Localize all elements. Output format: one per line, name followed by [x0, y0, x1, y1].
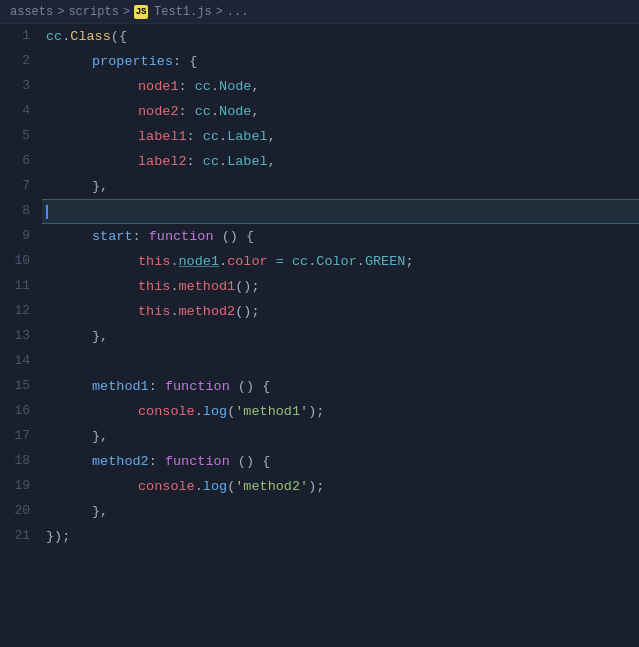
line-num-17: 17 [8, 424, 30, 449]
line-num-10: 10 [8, 249, 30, 274]
code-line-5: label1: cc.Label, [42, 124, 639, 149]
line-num-21: 21 [8, 524, 30, 549]
code-line-13: }, [42, 324, 639, 349]
breadcrumb-sep1: > [57, 5, 64, 19]
line-num-7: 7 [8, 174, 30, 199]
line-num-8: 8 [8, 199, 30, 224]
code-line-20: }, [42, 499, 639, 524]
code-line-17: }, [42, 424, 639, 449]
line-num-5: 5 [8, 124, 30, 149]
line-num-4: 4 [8, 99, 30, 124]
line-num-2: 2 [8, 49, 30, 74]
code-area: 1 2 3 4 5 6 7 8 9 10 11 12 13 14 15 16 1… [0, 24, 639, 647]
code-line-14 [42, 349, 639, 374]
line-num-18: 18 [8, 449, 30, 474]
line-num-20: 20 [8, 499, 30, 524]
code-line-10: this.node1.color = cc.Color.GREEN; [42, 249, 639, 274]
code-line-8 [42, 199, 639, 224]
line-num-19: 19 [8, 474, 30, 499]
line-num-9: 9 [8, 224, 30, 249]
code-line-19: console.log('method2'); [42, 474, 639, 499]
line-num-11: 11 [8, 274, 30, 299]
code-line-3: node1: cc.Node, [42, 74, 639, 99]
line-num-16: 16 [8, 399, 30, 424]
code-lines[interactable]: cc.Class({ properties: { node1: cc.Node,… [42, 24, 639, 647]
line-num-13: 13 [8, 324, 30, 349]
code-line-15: method1: function () { [42, 374, 639, 399]
breadcrumb-ellipsis: ... [227, 5, 249, 19]
line-num-3: 3 [8, 74, 30, 99]
code-line-11: this.method1(); [42, 274, 639, 299]
line-num-15: 15 [8, 374, 30, 399]
file-icon: JS [134, 5, 148, 19]
editor[interactable]: 1 2 3 4 5 6 7 8 9 10 11 12 13 14 15 16 1… [0, 24, 639, 647]
code-line-21: }); [42, 524, 639, 549]
breadcrumb-bar: assets > scripts > JS Test1.js > ... [0, 0, 639, 24]
breadcrumb-assets[interactable]: assets [10, 5, 53, 19]
code-line-2: properties: { [42, 49, 639, 74]
line-num-1: 1 [8, 24, 30, 49]
breadcrumb-scripts[interactable]: scripts [68, 5, 118, 19]
line-num-14: 14 [8, 349, 30, 374]
code-line-4: node2: cc.Node, [42, 99, 639, 124]
line-num-12: 12 [8, 299, 30, 324]
breadcrumb-sep2: > [123, 5, 130, 19]
code-line-1: cc.Class({ [42, 24, 639, 49]
breadcrumb-sep3: > [216, 5, 223, 19]
code-line-18: method2: function () { [42, 449, 639, 474]
code-line-16: console.log('method1'); [42, 399, 639, 424]
breadcrumb-file[interactable]: Test1.js [154, 5, 212, 19]
line-num-6: 6 [8, 149, 30, 174]
code-line-6: label2: cc.Label, [42, 149, 639, 174]
line-numbers: 1 2 3 4 5 6 7 8 9 10 11 12 13 14 15 16 1… [0, 24, 42, 647]
code-line-12: this.method2(); [42, 299, 639, 324]
code-line-7: }, [42, 174, 639, 199]
code-line-9: start: function () { [42, 224, 639, 249]
